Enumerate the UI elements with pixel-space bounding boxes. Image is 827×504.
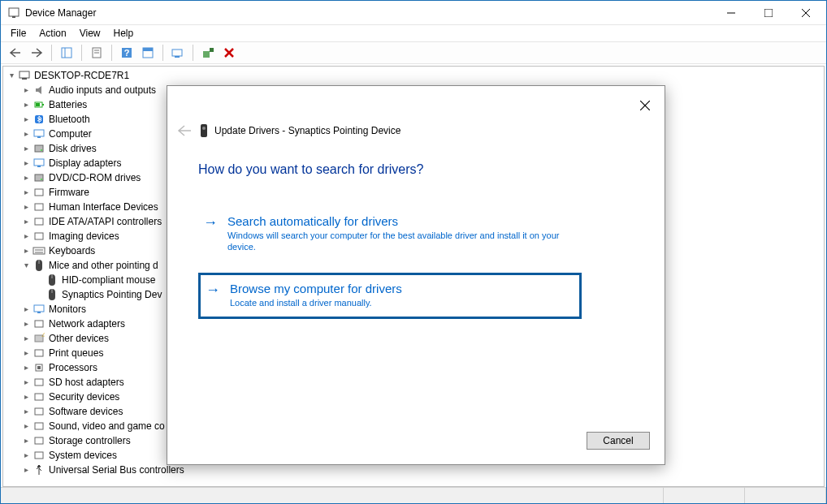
svg-point-30	[41, 149, 42, 151]
tree-category-label: Print queues	[49, 346, 103, 360]
expand-icon[interactable]: ▸	[21, 158, 31, 168]
menu-view[interactable]: View	[75, 26, 106, 41]
svg-rect-14	[143, 48, 153, 51]
menu-help[interactable]: Help	[109, 26, 139, 41]
expand-icon[interactable]: ▸	[21, 100, 31, 110]
expand-icon[interactable]: ▸	[21, 85, 31, 95]
category-icon	[32, 449, 45, 462]
svg-rect-0	[9, 8, 19, 16]
category-icon	[32, 113, 45, 126]
expand-icon[interactable]: ▸	[21, 377, 31, 387]
option-search-automatically-title: Search automatically for drivers	[227, 214, 575, 228]
tree-category-label: Audio inputs and outputs	[49, 83, 156, 97]
category-icon	[32, 127, 45, 140]
expand-icon[interactable]: ▸	[21, 304, 31, 314]
expand-icon[interactable]: ▸	[21, 334, 31, 343]
expand-icon[interactable]: ▸	[21, 231, 31, 241]
properties-button[interactable]	[87, 43, 106, 62]
category-icon	[32, 215, 45, 228]
category-icon	[32, 317, 45, 330]
svg-rect-22	[22, 78, 27, 80]
category-icon	[32, 142, 45, 155]
svg-rect-61	[35, 452, 43, 459]
expand-icon[interactable]: ▸	[21, 436, 31, 446]
svg-rect-57	[35, 394, 43, 400]
expand-icon[interactable]: ▸	[21, 363, 31, 373]
tree-category-label: Sound, video and game co	[49, 419, 165, 433]
dialog-back-button[interactable]	[177, 125, 192, 136]
category-icon	[32, 84, 45, 97]
tree-category-label: DVD/CD-ROM drives	[49, 170, 141, 185]
svg-rect-37	[35, 218, 43, 225]
tree-category-label: IDE ATA/ATAPI controllers	[49, 214, 162, 229]
expand-icon[interactable]: ▾	[21, 261, 31, 270]
show-hide-tree-button[interactable]	[57, 43, 76, 62]
expand-icon[interactable]: ▸	[21, 319, 31, 329]
option-search-automatically[interactable]: → Search automatically for drivers Windo…	[198, 208, 582, 261]
svg-rect-6	[62, 48, 71, 58]
maximize-button[interactable]	[750, 1, 787, 24]
expand-icon[interactable]: ▸	[21, 173, 31, 183]
svg-point-34	[41, 179, 42, 180]
devmgr-icon	[7, 6, 20, 19]
uninstall-button[interactable]	[219, 43, 239, 62]
nav-forward-button[interactable]	[27, 43, 46, 62]
menu-action[interactable]: Action	[34, 26, 71, 41]
svg-rect-28	[37, 136, 41, 138]
svg-rect-15	[172, 50, 182, 56]
expand-icon[interactable]: ▸	[21, 407, 31, 416]
svg-rect-48	[34, 305, 44, 312]
expand-icon[interactable]: ▸	[21, 187, 31, 197]
expand-icon[interactable]: ▸	[21, 144, 31, 153]
toolbar-separator	[162, 45, 163, 61]
cancel-button[interactable]: Cancel	[587, 432, 650, 450]
tree-category-label: Imaging devices	[49, 229, 119, 243]
category-icon	[32, 186, 45, 199]
tree-category-label: SD host adapters	[49, 375, 124, 390]
toolbar-separator	[81, 45, 82, 61]
expand-icon[interactable]: ▸	[21, 348, 31, 358]
category-icon	[32, 98, 45, 111]
expand-icon[interactable]: ▸	[21, 421, 31, 431]
dialog-close-button[interactable]	[632, 93, 658, 118]
expand-icon[interactable]: ▸	[21, 465, 31, 475]
dialog-heading: How do you want to search for drivers?	[198, 162, 423, 177]
svg-text:⚠: ⚠	[41, 333, 45, 338]
tree-category-label: Universal Serial Bus controllers	[49, 463, 184, 477]
expand-icon[interactable]: ▸	[21, 114, 31, 124]
svg-rect-17	[203, 51, 210, 58]
svg-rect-64	[201, 124, 207, 137]
nav-back-button[interactable]	[6, 43, 25, 62]
svg-rect-49	[37, 312, 41, 313]
expand-icon[interactable]: ▸	[21, 129, 31, 139]
svg-rect-59	[35, 423, 43, 429]
update-driver-button[interactable]	[138, 43, 158, 62]
option-browse-computer[interactable]: → Browse my computer for drivers Locate …	[198, 273, 582, 319]
help-button[interactable]: ?	[117, 43, 136, 62]
category-icon	[32, 171, 45, 184]
expand-icon[interactable]: ▸	[21, 450, 31, 460]
expand-icon[interactable]: ▸	[21, 392, 31, 402]
minimize-button[interactable]	[712, 1, 750, 24]
expand-icon[interactable]: ▸	[21, 217, 31, 226]
category-icon	[32, 361, 45, 374]
toolbar-separator	[111, 45, 112, 61]
add-hardware-button[interactable]	[198, 43, 218, 62]
toolbar-separator	[193, 45, 193, 61]
svg-rect-1	[12, 16, 15, 18]
menu-file[interactable]: File	[6, 26, 31, 41]
collapse-icon[interactable]: ▾	[6, 71, 16, 80]
tree-category-label: Display adapters	[49, 156, 121, 170]
svg-rect-55	[37, 366, 41, 369]
expand-icon[interactable]: ▸	[21, 246, 31, 256]
tree-category-label: Software devices	[49, 404, 123, 419]
svg-rect-53	[35, 350, 43, 356]
svg-rect-27	[34, 130, 44, 136]
tree-category-label: Computer	[49, 127, 92, 141]
tree-category-label: System devices	[49, 448, 117, 463]
svg-rect-39	[33, 248, 45, 254]
scan-hardware-button[interactable]	[168, 43, 188, 62]
expand-icon[interactable]: ▸	[21, 202, 31, 212]
close-button[interactable]	[787, 1, 825, 24]
tree-root[interactable]: ▾ DESKTOP-RCDE7R1	[3, 68, 824, 83]
